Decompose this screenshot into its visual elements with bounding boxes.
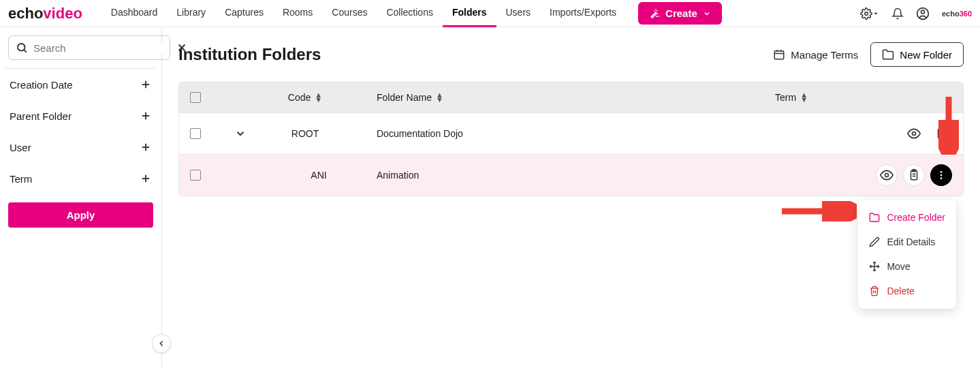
row-checkbox[interactable] xyxy=(190,170,201,181)
main-nav: Dashboard Library Captures Rooms Courses… xyxy=(101,0,626,27)
filter-creation-date[interactable]: Creation Date xyxy=(5,69,156,100)
row-actions xyxy=(857,123,952,144)
filter-term[interactable]: Term xyxy=(5,163,156,194)
sort-icon: ▲▼ xyxy=(800,93,808,102)
svg-marker-1 xyxy=(874,12,877,14)
row-code: ANI xyxy=(261,170,349,181)
nav-rooms[interactable]: Rooms xyxy=(273,0,322,27)
search-row xyxy=(5,35,156,69)
menu-create-folder[interactable]: Create Folder xyxy=(858,205,956,230)
svg-point-3 xyxy=(921,10,924,14)
apply-button[interactable]: Apply xyxy=(8,202,153,228)
menu-edit-details[interactable]: Edit Details xyxy=(858,230,956,254)
row-code: ROOT xyxy=(261,128,349,139)
gear-icon xyxy=(860,7,872,20)
svg-line-5 xyxy=(24,50,26,52)
bell-icon xyxy=(891,7,904,20)
menu-delete[interactable]: Delete xyxy=(858,279,956,303)
account-button[interactable] xyxy=(916,7,930,20)
close-search-button[interactable] xyxy=(176,42,188,54)
svg-point-34 xyxy=(941,174,943,177)
svg-point-4 xyxy=(18,44,25,51)
clipboard-icon xyxy=(908,169,920,181)
manage-terms-label: Manage Terms xyxy=(791,49,858,61)
row-checkbox[interactable] xyxy=(190,128,201,139)
more-options-button[interactable] xyxy=(930,164,952,186)
header-checkbox-col xyxy=(190,92,220,103)
clipboard-button[interactable] xyxy=(930,123,952,144)
plus-icon xyxy=(140,172,152,185)
header-actions: Manage Terms New Folder xyxy=(773,42,964,67)
table-row[interactable]: ANI Animation xyxy=(179,154,963,196)
main-layout: Creation Date Parent Folder User Term Ap… xyxy=(0,27,980,368)
table-row[interactable]: ROOT Documentation Dojo xyxy=(179,112,963,154)
clipboard-icon xyxy=(935,127,947,140)
filter-label: Creation Date xyxy=(10,79,73,91)
nav-library[interactable]: Library xyxy=(167,0,215,27)
chevron-left-icon xyxy=(157,339,166,348)
caret-down-icon xyxy=(872,10,879,17)
wand-icon xyxy=(649,8,660,19)
plus-icon xyxy=(140,141,152,153)
calendar-icon xyxy=(773,48,785,61)
header-right: echo360 xyxy=(860,7,972,20)
row-name: Animation xyxy=(349,170,775,181)
svg-point-33 xyxy=(941,171,943,173)
sort-icon: ▲▼ xyxy=(436,93,443,102)
move-icon xyxy=(869,261,880,272)
logo[interactable]: echovideo xyxy=(8,5,82,22)
filter-sidebar: Creation Date Parent Folder User Term Ap… xyxy=(0,27,162,368)
nav-collections[interactable]: Collections xyxy=(377,0,442,27)
more-vertical-icon xyxy=(936,170,947,181)
header-folder-name[interactable]: Folder Name ▲▼ xyxy=(349,92,775,103)
row-actions-menu: Create Folder Edit Details Move Delete xyxy=(858,200,956,309)
row-actions xyxy=(857,164,952,186)
eye-icon xyxy=(880,168,894,182)
search-icon xyxy=(16,42,28,54)
manage-terms-button[interactable]: Manage Terms xyxy=(773,48,858,61)
logo-echo: echo xyxy=(8,5,43,22)
new-folder-button[interactable]: New Folder xyxy=(870,42,964,67)
new-folder-label: New Folder xyxy=(900,49,952,61)
nav-courses[interactable]: Courses xyxy=(322,0,377,27)
create-label: Create xyxy=(665,7,697,19)
trash-icon xyxy=(869,286,880,296)
content-header: Institution Folders Manage Terms New Fol… xyxy=(178,42,964,67)
annotation-arrow-right xyxy=(778,201,857,221)
eye-icon xyxy=(907,127,921,140)
view-button[interactable] xyxy=(876,164,898,186)
folders-table: Code ▲▼ Folder Name ▲▼ Term ▲▼ xyxy=(178,82,964,196)
logo-video: video xyxy=(43,5,82,22)
notifications-button[interactable] xyxy=(891,7,904,20)
folder-icon xyxy=(869,212,880,223)
filter-parent-folder[interactable]: Parent Folder xyxy=(5,100,156,132)
svg-rect-16 xyxy=(775,51,785,59)
clipboard-button[interactable] xyxy=(903,164,925,186)
chevron-down-icon xyxy=(703,10,711,18)
nav-folders[interactable]: Folders xyxy=(443,0,496,27)
settings-dropdown[interactable] xyxy=(860,7,879,20)
content-area: Institution Folders Manage Terms New Fol… xyxy=(162,27,980,368)
select-all-checkbox[interactable] xyxy=(190,92,201,103)
plus-icon xyxy=(140,78,152,91)
nav-imports-exports[interactable]: Imports/Exports xyxy=(540,0,626,27)
create-button[interactable]: Create xyxy=(638,2,722,25)
user-circle-icon xyxy=(916,7,930,20)
chevron-down-icon[interactable] xyxy=(234,127,247,140)
menu-move[interactable]: Move xyxy=(858,254,956,279)
search-box[interactable] xyxy=(8,35,170,60)
close-icon xyxy=(176,42,188,54)
nav-captures[interactable]: Captures xyxy=(215,0,273,27)
filter-label: User xyxy=(10,142,31,153)
filter-user[interactable]: User xyxy=(5,132,156,163)
sort-icon: ▲▼ xyxy=(315,93,322,102)
header-code[interactable]: Code ▲▼ xyxy=(261,92,349,103)
header-term[interactable]: Term ▲▼ xyxy=(775,92,857,103)
nav-users[interactable]: Users xyxy=(496,0,541,27)
search-input[interactable] xyxy=(33,42,163,54)
collapse-sidebar-button[interactable] xyxy=(152,334,171,353)
row-name: Documentation Dojo xyxy=(349,128,775,139)
view-button[interactable] xyxy=(903,123,925,144)
plus-icon xyxy=(140,110,152,122)
nav-dashboard[interactable]: Dashboard xyxy=(101,0,168,27)
